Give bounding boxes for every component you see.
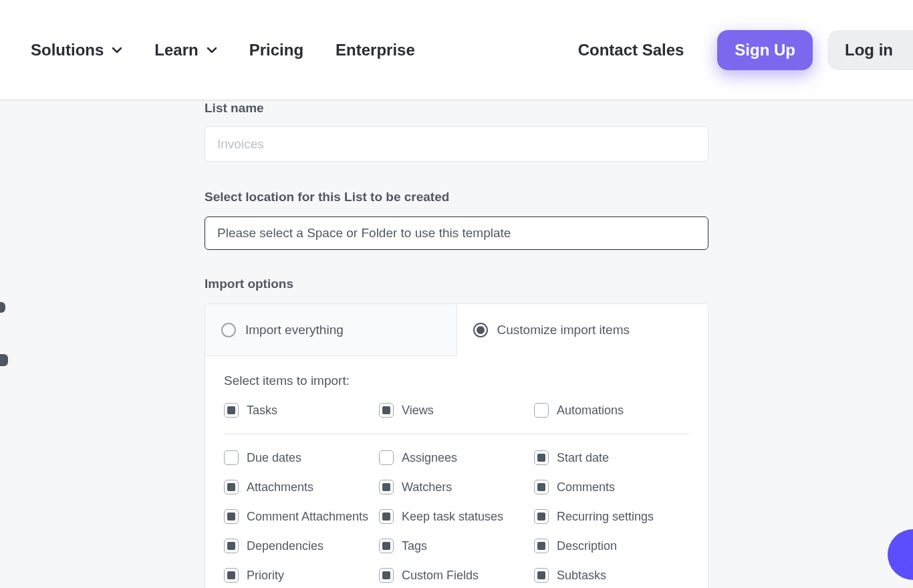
chevron-down-icon [207, 45, 217, 55]
checkbox[interactable] [534, 403, 549, 418]
content-wrapper: List name Select location for this List … [0, 100, 913, 588]
check-label: Assignees [402, 451, 457, 465]
check-label: Tasks [247, 404, 277, 418]
items-grid: Due datesAssigneesStart dateAttachmentsW… [224, 450, 689, 588]
sign-up-button[interactable]: Sign Up [717, 30, 813, 70]
check-item: Tasks [224, 403, 379, 418]
checkbox[interactable] [534, 568, 549, 583]
checkbox[interactable] [379, 450, 394, 465]
check-label: Due dates [247, 451, 301, 465]
check-label: Description [557, 539, 617, 553]
check-label: Comments [557, 480, 615, 494]
import-options-label: Import options [205, 277, 708, 291]
check-label: Recurring settings [557, 510, 654, 524]
check-label: Dependencies [247, 539, 323, 553]
check-item: Automations [534, 403, 689, 418]
checkbox[interactable] [224, 568, 239, 583]
checkbox[interactable] [224, 509, 239, 524]
import-section: Import options Import everything Customi… [205, 277, 708, 588]
check-label: Custom Fields [402, 569, 479, 583]
checkbox[interactable] [224, 539, 239, 553]
side-handle[interactable] [0, 302, 5, 313]
check-item: Comments [534, 480, 689, 494]
check-label: Priority [247, 569, 284, 583]
nav-pricing[interactable]: Pricing [249, 41, 303, 59]
side-handle[interactable] [0, 354, 8, 366]
check-label: Comment Attachments [247, 510, 368, 524]
check-item: Description [534, 539, 689, 553]
check-label: Watchers [402, 480, 452, 494]
tab-label: Customize import items [497, 323, 630, 337]
items-top-row: TasksViewsAutomations [224, 403, 689, 434]
checkbox[interactable] [379, 480, 394, 494]
import-options-box: Import everything Customize import items… [205, 303, 708, 588]
nav-right: Contact Sales Sign Up Log in [578, 30, 913, 70]
checkbox[interactable] [534, 509, 549, 524]
check-label: Subtasks [557, 569, 606, 583]
nav-left: Solutions Learn Pricing Enterprise [31, 41, 415, 59]
location-select[interactable]: Please select a Space or Folder to use t… [205, 216, 708, 250]
checkbox[interactable] [534, 539, 549, 553]
top-nav: Solutions Learn Pricing Enterprise Conta… [0, 0, 913, 100]
nav-enterprise[interactable]: Enterprise [336, 41, 415, 59]
template-form: List name Select location for this List … [205, 100, 708, 588]
checkbox[interactable] [224, 480, 239, 494]
check-item: Tags [379, 539, 534, 553]
location-label: Select location for this List to be crea… [205, 190, 708, 204]
checkbox[interactable] [379, 568, 394, 583]
check-label: Views [402, 404, 434, 418]
check-item: Start date [534, 450, 689, 465]
checkbox[interactable] [534, 480, 549, 494]
checkbox[interactable] [379, 403, 394, 418]
radio-unselected-icon [221, 323, 236, 337]
checkbox[interactable] [224, 403, 239, 418]
check-item: Comment Attachments [224, 509, 379, 524]
location-section: Select location for this List to be crea… [205, 190, 708, 250]
list-name-input[interactable] [205, 126, 708, 162]
contact-sales-link[interactable]: Contact Sales [578, 41, 684, 59]
nav-learn[interactable]: Learn [154, 41, 217, 59]
list-name-section: List name [205, 100, 708, 162]
checkbox[interactable] [379, 509, 394, 524]
checkbox[interactable] [379, 539, 394, 553]
check-item: Dependencies [224, 539, 379, 553]
check-item: Watchers [379, 480, 534, 494]
location-placeholder: Please select a Space or Folder to use t… [217, 226, 511, 241]
check-label: Tags [402, 539, 427, 553]
import-tabs: Import everything Customize import items [205, 304, 708, 356]
nav-item-label: Pricing [249, 41, 303, 59]
nav-solutions[interactable]: Solutions [31, 41, 122, 59]
check-label: Start date [557, 451, 609, 465]
log-in-button[interactable]: Log in [827, 30, 913, 70]
check-item: Keep task statuses [379, 509, 534, 524]
checkbox[interactable] [534, 450, 549, 465]
list-name-label: List name [205, 101, 264, 115]
check-item: Subtasks [534, 568, 689, 583]
chevron-down-icon [112, 45, 122, 55]
check-item: Recurring settings [534, 509, 689, 524]
check-item: Views [379, 403, 534, 418]
check-item: Custom Fields [379, 568, 534, 583]
import-items-area: Select items to import: TasksViewsAutoma… [205, 356, 708, 588]
check-label: Automations [557, 404, 624, 418]
radio-selected-icon [473, 323, 488, 337]
check-item: Assignees [379, 450, 534, 465]
check-item: Due dates [224, 450, 379, 465]
tab-import-everything[interactable]: Import everything [205, 304, 457, 356]
check-label: Attachments [247, 480, 313, 494]
check-item: Attachments [224, 480, 379, 494]
select-items-title: Select items to import: [224, 374, 689, 388]
check-label: Keep task statuses [402, 510, 503, 524]
tab-customize-import[interactable]: Customize import items [457, 304, 708, 356]
checkbox[interactable] [224, 450, 239, 465]
check-item: Priority [224, 568, 379, 583]
nav-item-label: Enterprise [336, 41, 415, 59]
nav-item-label: Solutions [31, 41, 104, 59]
tab-label: Import everything [245, 323, 344, 337]
nav-item-label: Learn [154, 41, 198, 59]
